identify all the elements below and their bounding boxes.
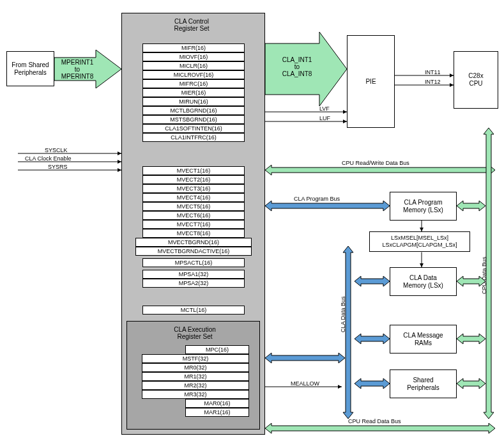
- lsx-labels: LSxMSEL[MSEL_LSx] LSxCLAPGM[CLAPGM_LSx]: [382, 235, 457, 249]
- cla-int-label: CLA_INT1 to CLA_INT8: [275, 56, 319, 77]
- sig-int11: INT11: [425, 69, 441, 75]
- cpu-box: C28x CPU: [454, 51, 498, 109]
- svg-marker-20: [355, 276, 390, 286]
- sig-meallow: MEALLOW: [291, 380, 319, 387]
- svg-marker-15: [484, 128, 494, 419]
- reg-cla1softinten16: CLA1SOFTINTEN(16): [142, 124, 245, 133]
- pie-label: PIE: [365, 78, 376, 86]
- from-shared-peripherals-box: From Shared Peripherals: [6, 51, 54, 86]
- svg-text:CPU Read Data Bus: CPU Read Data Bus: [348, 418, 401, 424]
- shared-periph-box: Shared Peripherals: [390, 369, 457, 398]
- reg-mr032: MR0(32): [142, 363, 249, 372]
- lsx-labels-box: LSxMSEL[MSEL_LSx] LSxCLAPGM[CLAPGM_LSx]: [369, 231, 470, 252]
- svg-marker-26: [457, 378, 485, 389]
- reg-mvect116: MVECT1(16): [142, 166, 245, 175]
- reg-mpsa232: MPSA2(32): [142, 279, 245, 288]
- reg-mvect816: MVECT8(16): [142, 229, 245, 238]
- mperint-label: MPERINT1 to MPERINT8: [59, 59, 96, 80]
- reg-mvect516: MVECT5(16): [142, 202, 245, 211]
- from-shared-label: From Shared Peripherals: [11, 61, 49, 77]
- svg-text:CPU Read/Write Data Bus: CPU Read/Write Data Bus: [342, 160, 409, 166]
- svg-marker-13: [343, 246, 353, 419]
- cla-msg-rams-label: CLA Message RAMs: [403, 332, 443, 347]
- sig-sysrs: SYSRS: [48, 164, 68, 170]
- reg-mpsa132: MPSA1(32): [142, 270, 245, 279]
- cpu-label: C28x CPU: [468, 72, 483, 88]
- reg-mvectbgrnd16: MVECTBGRND(16): [135, 238, 252, 247]
- reg-mvectbgrndactive16: MVECTBGRNDACTIVE(16): [135, 247, 252, 256]
- shared-periph-label: Shared Peripherals: [407, 377, 439, 392]
- svg-marker-21: [355, 334, 390, 344]
- reg-mirun16: MIRUN(16): [142, 97, 245, 106]
- svg-marker-24: [457, 276, 485, 286]
- reg-mifr16: MIFR(16): [142, 43, 245, 52]
- svg-marker-9: [265, 165, 495, 175]
- reg-mctlbgrnd16: MCTLBGRND(16): [142, 106, 245, 115]
- svg-marker-17: [265, 423, 495, 433]
- reg-cla1intfrc16: CLA1INTFRC(16): [142, 133, 245, 142]
- reg-mpsactl16: MPSACTL(16): [142, 258, 245, 267]
- reg-mvect616: MVECT6(16): [142, 211, 245, 220]
- reg-mar116: MAR1(16): [185, 408, 249, 417]
- reg-miclr16: MICLR(16): [142, 61, 245, 70]
- cla-data-mem-label: CLA Data Memory (LSx): [403, 274, 443, 290]
- reg-mvect216: MVECT2(16): [142, 175, 245, 184]
- svg-marker-23: [457, 201, 485, 211]
- cla-prog-mem-label: CLA Program Memory (LSx): [403, 199, 443, 214]
- sig-cla-clk-en: CLA Clock Enable: [25, 155, 72, 162]
- svg-marker-22: [355, 378, 390, 389]
- reg-mar016: MAR0(16): [185, 399, 249, 408]
- reg-miovf16: MIOVF(16): [142, 52, 245, 61]
- reg-mifrc16: MIFRC(16): [142, 79, 245, 88]
- reg-mpc: MPC(16): [185, 345, 249, 354]
- cla-control-title: CLA Control Register Set: [153, 18, 230, 32]
- sig-int12: INT12: [425, 79, 441, 85]
- svg-text:CLA Program Bus: CLA Program Bus: [294, 196, 340, 202]
- reg-mstsbgrnd16: MSTSBGRND(16): [142, 115, 245, 124]
- cla-data-mem-box: CLA Data Memory (LSx): [390, 267, 457, 296]
- cla-exec-title: CLA Execution Register Set: [157, 326, 233, 340]
- reg-mvect416: MVECT4(16): [142, 193, 245, 202]
- reg-mstf32: MSTF(32): [142, 354, 249, 363]
- reg-mr332: MR3(32): [142, 390, 249, 399]
- cla-msg-rams-box: CLA Message RAMs: [390, 325, 457, 354]
- svg-marker-25: [457, 334, 485, 344]
- sig-luf: LUF: [319, 115, 330, 121]
- reg-mvect316: MVECT3(16): [142, 184, 245, 193]
- reg-mier16: MIER(16): [142, 88, 245, 97]
- svg-marker-11: [265, 201, 390, 211]
- cla-prog-mem-box: CLA Program Memory (LSx): [390, 192, 457, 221]
- svg-text:CLA Data Bus: CLA Data Bus: [340, 296, 346, 332]
- reg-miclrovf16: MICLROVF(16): [142, 70, 245, 79]
- sig-sysclk: SYSCLK: [45, 147, 68, 153]
- reg-mr132: MR1(32): [142, 372, 249, 381]
- sig-lvf: LVF: [319, 105, 330, 112]
- reg-mr232: MR2(32): [142, 381, 249, 390]
- pie-box: PIE: [347, 35, 395, 128]
- svg-text:CPU Data Bus: CPU Data Bus: [481, 256, 487, 294]
- reg-mctl: MCTL(16): [142, 306, 245, 315]
- reg-mvect716: MVECT7(16): [142, 220, 245, 229]
- svg-marker-19: [265, 353, 345, 363]
